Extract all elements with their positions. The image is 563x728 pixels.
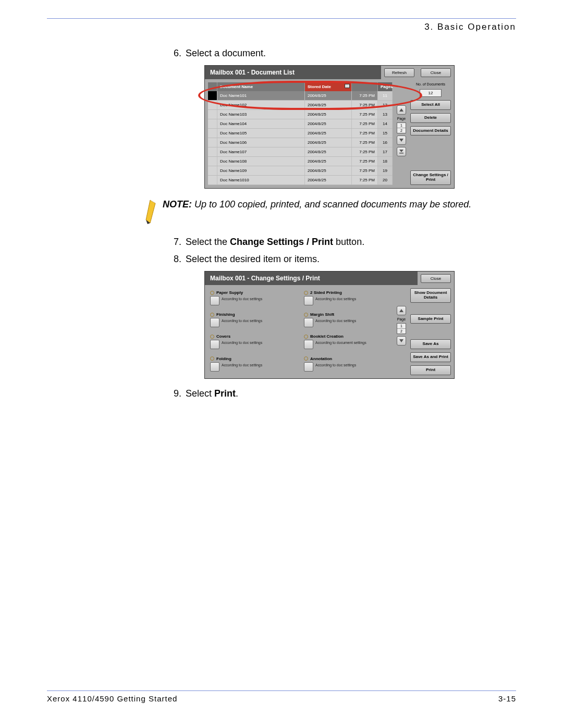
setting-folding[interactable]: Folding According to doc settings bbox=[210, 356, 297, 373]
pencil-icon bbox=[141, 198, 163, 227]
panel-title: Mailbox 001 - Change Settings / Print bbox=[205, 272, 418, 285]
document-list-panel: Mailbox 001 - Document List Refresh Clos… bbox=[204, 65, 455, 189]
svg-rect-3 bbox=[399, 153, 403, 154]
table-row[interactable]: Doc Name1092004/8/257:25 PM19 bbox=[208, 166, 393, 176]
delete-button[interactable]: Delete bbox=[410, 113, 451, 123]
setting-two-sided[interactable]: 2 Sided Printing According to doc settin… bbox=[304, 290, 390, 307]
close-button[interactable]: Close bbox=[421, 274, 451, 283]
table-row[interactable]: Doc Name1052004/8/257:25 PM15 bbox=[208, 129, 393, 138]
footer-right: 3-15 bbox=[498, 694, 516, 703]
select-all-button[interactable]: Select All bbox=[410, 100, 451, 110]
change-settings-panel: Mailbox 001 - Change Settings / Print Cl… bbox=[204, 271, 455, 379]
setting-finishing[interactable]: Finishing According to doc settings bbox=[210, 312, 297, 329]
close-button[interactable]: Close bbox=[421, 68, 451, 77]
setting-booklet[interactable]: Booklet Creation According to document s… bbox=[304, 334, 390, 351]
step-9: 9. Select Print. bbox=[167, 388, 516, 399]
print-button[interactable]: Print bbox=[410, 365, 451, 375]
change-settings-print-button[interactable]: Change Settings / Print bbox=[410, 170, 451, 185]
col-date[interactable]: Stored Date bbox=[305, 82, 352, 91]
table-row[interactable]: Doc Name1032004/8/257:25 PM13 bbox=[208, 110, 393, 119]
refresh-button[interactable]: Refresh bbox=[384, 68, 414, 77]
doc-count: 12 bbox=[420, 89, 442, 97]
footer-left: Xerox 4110/4590 Getting Started bbox=[47, 694, 177, 703]
document-table: Document Name Stored Date Pages Doc Name… bbox=[208, 82, 393, 185]
page-label: Page bbox=[397, 317, 406, 321]
table-row[interactable]: Doc Name1012004/8/257:25 PM11 bbox=[208, 91, 393, 101]
col-icon bbox=[208, 82, 217, 91]
page-indicator: 12 bbox=[397, 122, 406, 133]
svg-marker-4 bbox=[146, 200, 155, 223]
svg-marker-1 bbox=[399, 139, 403, 142]
scroll-up-icon[interactable] bbox=[397, 105, 406, 115]
setting-annotation[interactable]: Annotation According to doc settings bbox=[304, 356, 390, 373]
setting-covers[interactable]: Covers According to doc settings bbox=[210, 334, 297, 351]
svg-marker-7 bbox=[399, 309, 403, 312]
step-8: 8. Select the desired item or items. bbox=[167, 254, 516, 265]
scroll-up-icon[interactable] bbox=[397, 306, 406, 315]
svg-marker-2 bbox=[399, 150, 403, 152]
save-as-button[interactable]: Save As bbox=[410, 339, 451, 349]
table-row[interactable]: Doc Name1062004/8/257:25 PM16 bbox=[208, 138, 393, 147]
page-label: Page bbox=[397, 117, 406, 120]
svg-marker-8 bbox=[399, 339, 403, 342]
save-as-and-print-button[interactable]: Save As and Print bbox=[410, 352, 451, 362]
svg-marker-0 bbox=[399, 108, 403, 112]
scroll-end-icon[interactable] bbox=[397, 147, 406, 156]
doc-count-label: No. of Documents bbox=[410, 82, 451, 86]
sample-print-button[interactable]: Sample Print bbox=[410, 314, 451, 324]
step-7: 7. Select the Change Settings / Print bu… bbox=[167, 237, 516, 248]
col-name[interactable]: Document Name bbox=[217, 82, 305, 91]
table-row[interactable]: Doc Name1022004/8/257:25 PM12 bbox=[208, 101, 393, 110]
step-6: 6. Select a document. bbox=[167, 48, 516, 59]
table-row[interactable]: Doc Name1072004/8/257:25 PM17 bbox=[208, 147, 393, 157]
setting-paper-supply[interactable]: Paper Supply According to doc settings bbox=[210, 290, 297, 307]
note-text: NOTE: Up to 100 copied, printed, and sca… bbox=[163, 198, 471, 211]
document-details-button[interactable]: Document Details bbox=[410, 126, 451, 136]
table-row[interactable]: Doc Name1082004/8/257:25 PM18 bbox=[208, 157, 393, 166]
col-pages[interactable]: Pages bbox=[378, 82, 393, 91]
setting-margin-shift[interactable]: Margin Shift According to doc settings bbox=[304, 312, 390, 329]
section-title: 3. Basic Operation bbox=[47, 22, 516, 32]
page-indicator: 12 bbox=[397, 323, 406, 334]
col-time bbox=[352, 82, 378, 91]
sort-icon bbox=[345, 84, 350, 88]
show-document-details-button[interactable]: Show Document Details bbox=[410, 288, 451, 303]
scroll-down-icon[interactable] bbox=[397, 135, 406, 145]
scroll-down-icon[interactable] bbox=[397, 336, 406, 346]
table-row[interactable]: Doc Name10102004/8/257:25 PM20 bbox=[208, 176, 393, 185]
header-rule bbox=[47, 18, 516, 19]
footer-rule bbox=[47, 690, 516, 691]
table-row[interactable]: Doc Name1042004/8/257:25 PM14 bbox=[208, 119, 393, 129]
panel-title: Mailbox 001 - Document List bbox=[205, 66, 381, 79]
